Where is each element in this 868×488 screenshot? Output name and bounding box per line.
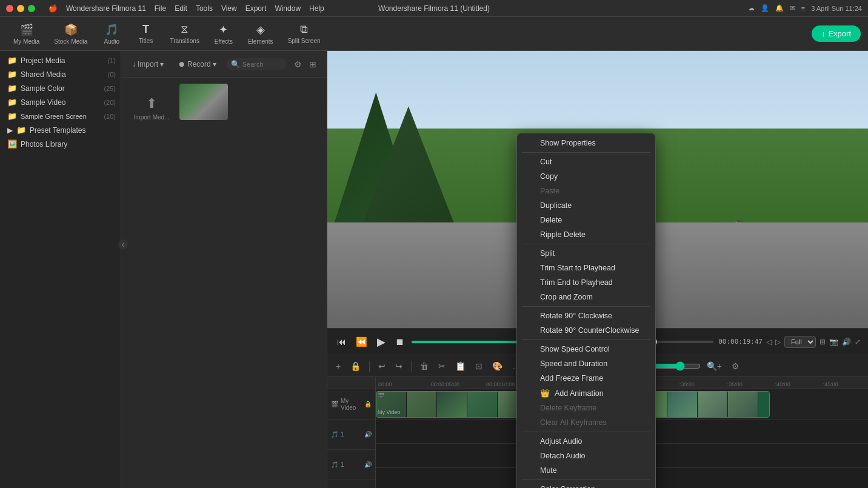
skip-back-button[interactable]: ⏮ <box>335 335 349 348</box>
fit-icon[interactable]: ⊞ <box>820 338 826 346</box>
grid-icon[interactable]: ⊞ <box>309 59 316 69</box>
menu-view[interactable]: View <box>218 3 241 14</box>
sidebar-item-sample-video[interactable]: 📁 Sample Video (20) <box>0 95 121 109</box>
play-button[interactable]: ▶ <box>375 334 388 350</box>
menu-window[interactable]: Window <box>271 3 304 14</box>
track-audio2-mute[interactable]: 🔊 <box>364 461 372 468</box>
maximize-button[interactable] <box>28 5 35 12</box>
tl-zoom-fit[interactable]: ⊡ <box>472 359 486 373</box>
tab-audio[interactable]: 🎵 Audio <box>96 21 127 47</box>
search-box[interactable]: 🔍 <box>226 58 287 70</box>
step-back-button[interactable]: ⏪ <box>353 335 370 349</box>
tab-stock-media[interactable]: 📦 Stock Media <box>48 21 93 47</box>
app: 🎬 My Media 📦 Stock Media 🎵 Audio T Title… <box>0 17 868 488</box>
record-chevron: ▾ <box>213 60 216 69</box>
screenshot-icon[interactable]: 📷 <box>829 338 838 346</box>
track-lock-btn[interactable]: 🔒 <box>364 401 372 407</box>
menu-help[interactable]: Help <box>305 3 328 14</box>
cm-delete[interactable]: Delete <box>517 213 655 227</box>
cloud-icon[interactable]: ☁ <box>748 4 755 12</box>
media-toolbar: ↓ Import ▾ ⏺ Record ▾ 🔍 ⚙ ⊞ <box>121 51 327 78</box>
import-button[interactable]: ↓ Import ▾ <box>127 58 169 70</box>
tl-lock[interactable]: 🔒 <box>347 359 364 373</box>
cm-paste[interactable]: Paste <box>517 184 655 198</box>
menu-tools[interactable]: Tools <box>192 3 216 14</box>
cm-cut[interactable]: Cut <box>517 155 655 169</box>
menu-icon[interactable]: ≡ <box>801 5 805 12</box>
tab-split-screen[interactable]: ⧉ Split Screen <box>282 21 327 47</box>
cm-speed-duration[interactable]: Speed and Duration <box>517 356 655 371</box>
tl-cut[interactable]: ✂ <box>435 359 449 373</box>
tab-effects[interactable]: ✦ Effects <box>208 21 239 47</box>
search-input[interactable] <box>242 61 282 68</box>
cm-add-freeze[interactable]: Add Freeze Frame <box>517 371 655 386</box>
media-thumbnail[interactable] <box>179 84 228 120</box>
sidebar-item-project-media[interactable]: 📁 Project Media (1) <box>0 53 121 67</box>
account-icon[interactable]: 👤 <box>761 4 769 12</box>
tab-elements[interactable]: ◈ Elements <box>242 21 279 47</box>
cm-add-animation[interactable]: 👑 Add Animation <box>517 386 655 401</box>
menu-edit[interactable]: Edit <box>171 3 191 14</box>
minimize-button[interactable] <box>17 5 24 12</box>
cm-mute[interactable]: Mute <box>517 463 655 478</box>
transitions-icon: ⧖ <box>181 23 189 36</box>
cm-clear-keyframes[interactable]: Clear All Keyframes <box>517 415 655 430</box>
next-frame-icon[interactable]: ▷ <box>775 338 781 346</box>
tab-my-media[interactable]: 🎬 My Media <box>7 21 45 47</box>
tl-undo[interactable]: ↩ <box>375 359 389 373</box>
cm-trim-start[interactable]: Trim Start to Playhead <box>517 261 655 275</box>
cm-split[interactable]: Split <box>517 246 655 261</box>
menu-app[interactable]: Wondershare Filmora 11 <box>62 3 150 14</box>
menu-file[interactable]: File <box>151 3 170 14</box>
prev-frame-icon[interactable]: ◁ <box>766 338 772 346</box>
sidebar-tree: 📁 Project Media (1) 📁 Shared Media (0) 📁… <box>0 51 121 153</box>
cm-delete-keyframe[interactable]: Delete Keyframe <box>517 401 655 415</box>
tl-redo[interactable]: ↪ <box>392 359 406 373</box>
stop-button[interactable]: ⏹ <box>393 335 407 348</box>
sidebar-item-preset-templates[interactable]: ▶ 📁 Preset Templates <box>0 123 121 137</box>
fullscreen-icon[interactable]: ⤢ <box>855 338 861 346</box>
tl-copy-media[interactable]: 📋 <box>452 359 469 373</box>
cm-show-properties[interactable]: Show Properties <box>517 136 655 150</box>
tl-delete[interactable]: 🗑 <box>416 359 432 373</box>
sidebar-item-sample-color[interactable]: 📁 Sample Color (25) <box>0 81 121 95</box>
record-button[interactable]: ⏺ Record ▾ <box>173 58 221 70</box>
cm-ripple-delete[interactable]: Ripple Delete <box>517 227 655 242</box>
tab-titles[interactable]: T Titles <box>130 21 161 47</box>
tl-new-track[interactable]: + <box>332 359 344 373</box>
tl-color-btn[interactable]: 🎨 <box>489 359 506 373</box>
quality-select[interactable]: Full 1/2 1/4 <box>784 336 816 348</box>
photos-icon: 🖼️ <box>7 139 17 149</box>
export-button[interactable]: ↑ Export <box>812 25 861 42</box>
cm-copy[interactable]: Copy <box>517 169 655 184</box>
sidebar-item-photos-library[interactable]: 🖼️ Photos Library <box>0 137 121 151</box>
import-media-btn[interactable]: ⬆ Import Med... <box>127 84 176 132</box>
tab-transitions[interactable]: ⧖ Transitions <box>164 21 205 47</box>
menu-apple[interactable]: 🍎 <box>45 3 61 14</box>
menu-export[interactable]: Export <box>242 3 270 14</box>
window-controls[interactable] <box>6 5 35 12</box>
track-audio1-mute[interactable]: 🔊 <box>364 431 372 438</box>
tl-settings[interactable]: ⚙ <box>728 359 743 373</box>
filter-icon[interactable]: ⚙ <box>294 59 302 69</box>
cm-color-correction[interactable]: Color Correction <box>517 482 655 488</box>
notification-icon[interactable]: 🔔 <box>775 4 784 12</box>
cm-rotate-cw[interactable]: Rotate 90° Clockwise <box>517 309 655 323</box>
zoom-slider[interactable] <box>652 361 701 371</box>
cm-crop-zoom[interactable]: Crop and Zoom <box>517 290 655 304</box>
sidebar-item-shared-media[interactable]: 📁 Shared Media (0) <box>0 67 121 81</box>
sidebar-item-sample-green-screen[interactable]: 📁 Sample Green Screen (10) <box>0 109 121 123</box>
cm-duplicate[interactable]: Duplicate <box>517 198 655 213</box>
cm-trim-end[interactable]: Trim End to Playhead <box>517 275 655 290</box>
cm-adjust-audio[interactable]: Adjust Audio <box>517 434 655 449</box>
close-button[interactable] <box>6 5 13 12</box>
tl-zoom-in[interactable]: 🔍+ <box>703 359 726 373</box>
volume-icon[interactable]: 🔊 <box>842 338 851 346</box>
thumbnail-image <box>179 84 228 120</box>
workspace: 📁 Project Media (1) 📁 Shared Media (0) 📁… <box>0 51 868 488</box>
sidebar-collapse-btn[interactable]: ‹ <box>118 239 128 249</box>
message-icon[interactable]: ✉ <box>790 4 795 12</box>
cm-rotate-ccw[interactable]: Rotate 90° CounterClockwise <box>517 323 655 338</box>
cm-detach-audio[interactable]: Detach Audio <box>517 449 655 463</box>
cm-show-speed[interactable]: Show Speed Control <box>517 342 655 356</box>
